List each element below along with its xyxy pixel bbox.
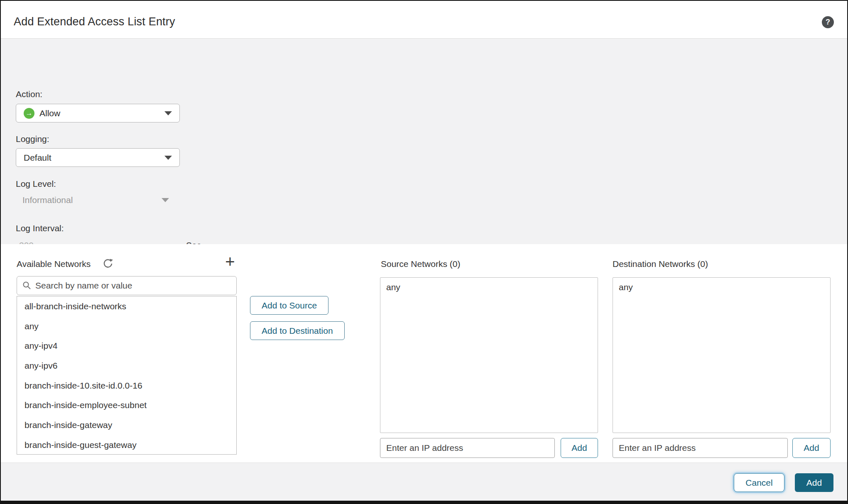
action-label: Action:	[16, 89, 42, 99]
log-level-value: Informational	[22, 195, 73, 205]
allow-arrow-icon: →	[24, 108, 34, 119]
source-network-item[interactable]: any	[380, 278, 598, 297]
search-icon	[22, 281, 32, 291]
help-icon[interactable]: ?	[822, 16, 834, 28]
search-input[interactable]	[35, 281, 231, 291]
add-to-destination-button[interactable]: Add to Destination	[250, 321, 345, 340]
action-dropdown[interactable]: → Allow	[16, 104, 180, 122]
logging-value: Default	[24, 153, 51, 163]
form-area: Action: → Allow Logging: Default Log Lev…	[1, 38, 847, 244]
list-item[interactable]: branch-inside-10.site-id.0.0-16	[17, 376, 236, 396]
list-item[interactable]: branch-inside-employee-subnet	[17, 395, 236, 415]
available-networks-title: Available Networks	[17, 259, 91, 269]
list-item[interactable]: any-ipv6	[17, 356, 236, 376]
list-item[interactable]: all-branch-inside-networks	[17, 296, 236, 316]
list-item[interactable]: branch-inside-gateway	[17, 415, 236, 435]
add-acl-entry-dialog: Add Extended Access List Entry ? Action:…	[0, 0, 848, 504]
dialog-title: Add Extended Access List Entry	[14, 15, 175, 28]
log-interval-label: Log Interval:	[16, 223, 64, 233]
destination-networks-title: Destination Networks (0)	[613, 259, 708, 269]
dialog-footer	[1, 462, 847, 502]
source-ip-add-button[interactable]: Add	[561, 438, 598, 458]
source-networks-box[interactable]: any	[380, 277, 598, 433]
logging-label: Logging:	[16, 134, 49, 144]
add-to-source-button[interactable]: Add to Source	[250, 296, 328, 315]
destination-network-item[interactable]: any	[613, 278, 830, 297]
action-value: Allow	[39, 108, 60, 118]
add-network-object-icon[interactable]: +	[223, 253, 238, 270]
available-networks-list[interactable]: all-branch-inside-networks any any-ipv4 …	[17, 296, 237, 455]
log-level-dropdown-disabled: Informational	[16, 193, 176, 207]
source-networks-title: Source Networks (0)	[381, 259, 460, 269]
cancel-button[interactable]: Cancel	[734, 473, 784, 492]
logging-dropdown[interactable]: Default	[16, 148, 180, 167]
list-item[interactable]: branch-inside-guest-gateway	[17, 435, 236, 455]
chevron-down-icon	[162, 198, 169, 202]
available-networks-search[interactable]	[17, 276, 237, 295]
dialog-header: Add Extended Access List Entry ?	[1, 1, 847, 38]
destination-networks-box[interactable]: any	[613, 277, 831, 433]
refresh-icon[interactable]	[102, 257, 115, 269]
destination-ip-add-button[interactable]: Add	[792, 438, 831, 458]
chevron-down-icon	[164, 156, 172, 160]
list-item[interactable]: any	[17, 316, 236, 336]
chevron-down-icon	[164, 111, 172, 115]
add-button[interactable]: Add	[795, 473, 833, 492]
list-item[interactable]: any-ipv4	[17, 336, 236, 356]
source-ip-input[interactable]	[380, 438, 555, 458]
destination-ip-input[interactable]	[613, 438, 788, 458]
log-level-label: Log Level:	[16, 179, 56, 189]
